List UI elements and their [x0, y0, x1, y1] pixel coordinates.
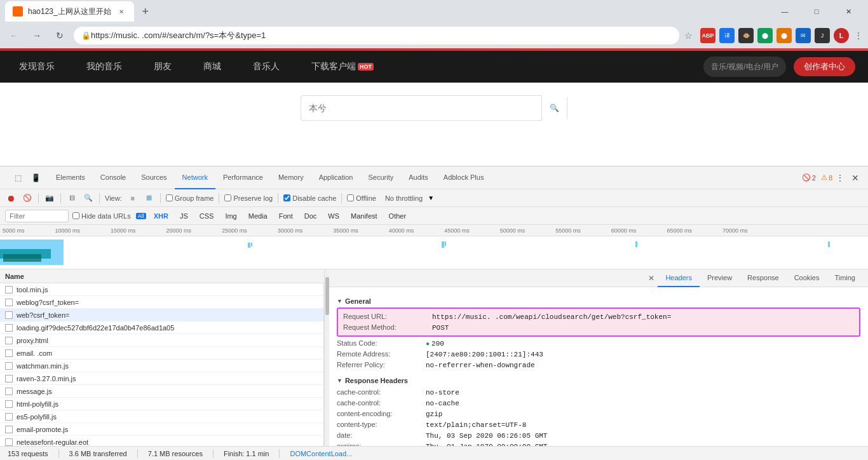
- file-item-11[interactable]: email-promote.js: [0, 423, 323, 436]
- throttling-dropdown-icon[interactable]: ▼: [428, 194, 434, 201]
- nav-friends[interactable]: 朋友: [147, 51, 178, 83]
- tab-network[interactable]: Network: [175, 166, 215, 189]
- disable-cache-input[interactable]: [283, 194, 290, 201]
- disable-cache-checkbox[interactable]: Disable cache: [283, 194, 336, 202]
- view-grouped-icon[interactable]: ⊞: [144, 193, 155, 204]
- close-button[interactable]: ✕: [834, 0, 863, 23]
- filter-input[interactable]: [5, 210, 69, 222]
- detail-tab-response[interactable]: Response: [740, 269, 787, 287]
- ext-account-icon[interactable]: L: [834, 28, 849, 43]
- address-input[interactable]: 🔒 https://music. .com/#/search/m/?s=本兮&t…: [74, 27, 679, 44]
- preserve-log-checkbox[interactable]: Preserve log: [224, 194, 273, 202]
- chrome-menu-icon[interactable]: ⋮: [854, 30, 863, 41]
- create-center-button[interactable]: 创作者中心: [794, 57, 855, 76]
- request-url-value[interactable]: https://music. .com/weapi/cloudsearch/ge…: [432, 313, 671, 321]
- ext-tamper-icon[interactable]: 🐵: [738, 28, 754, 43]
- filter-ws[interactable]: WS: [324, 211, 343, 221]
- offline-input[interactable]: [347, 194, 354, 201]
- tab-application[interactable]: Application: [311, 166, 361, 189]
- forward-button[interactable]: →: [28, 27, 46, 44]
- file-item-7[interactable]: raven-3.27.0.min.js: [0, 372, 323, 385]
- tab-audits[interactable]: Audits: [401, 166, 436, 189]
- file-item-10[interactable]: es5-polyfill.js: [0, 410, 323, 423]
- ext-orange-icon[interactable]: ⬤: [776, 28, 792, 43]
- file-item-5[interactable]: email. .com: [0, 347, 323, 360]
- response-headers-toggle[interactable]: ▼: [337, 377, 342, 384]
- filter-media[interactable]: Media: [245, 211, 271, 221]
- tab-elements[interactable]: Elements: [48, 166, 93, 189]
- reload-button[interactable]: ↻: [51, 27, 69, 44]
- back-button[interactable]: ←: [5, 27, 23, 44]
- new-tab-button[interactable]: +: [137, 3, 154, 20]
- bookmark-icon[interactable]: ☆: [684, 30, 693, 41]
- main-search-button[interactable]: 🔍: [541, 95, 567, 121]
- nav-download[interactable]: 下载客户端 HOT: [305, 51, 380, 83]
- filter-manifest[interactable]: Manifest: [347, 211, 381, 221]
- detail-tab-cookies[interactable]: Cookies: [787, 269, 827, 287]
- file-item-0[interactable]: tool.min.js: [0, 283, 323, 296]
- devtools-close-button[interactable]: ✕: [848, 170, 863, 186]
- tab-close-button[interactable]: ✕: [116, 6, 126, 17]
- hide-data-urls-input[interactable]: [72, 212, 79, 219]
- nav-my-music[interactable]: 我的音乐: [80, 51, 128, 83]
- filter-icon[interactable]: ⊟: [66, 193, 78, 204]
- detail-tab-preview[interactable]: Preview: [700, 269, 740, 287]
- view-list-icon[interactable]: ≡: [127, 193, 139, 204]
- tab-adblock[interactable]: Adblock Plus: [436, 166, 492, 189]
- tab-memory[interactable]: Memory: [271, 166, 311, 189]
- filter-js[interactable]: JS: [176, 211, 192, 221]
- file-item-9[interactable]: html-polyfill.js: [0, 398, 323, 410]
- file-item-4[interactable]: proxy.html: [0, 334, 323, 347]
- camera-button[interactable]: 📷: [44, 193, 55, 204]
- file-item-8[interactable]: message.js: [0, 385, 323, 398]
- general-toggle[interactable]: ▼: [337, 298, 342, 304]
- minimize-button[interactable]: —: [770, 0, 799, 23]
- search-requests-icon[interactable]: 🔍: [83, 193, 94, 204]
- browser-tab[interactable]: hao123_上网从这里开始 ✕: [5, 1, 134, 22]
- group-frame-checkbox[interactable]: Group frame: [166, 194, 214, 202]
- tab-security[interactable]: Security: [360, 166, 401, 189]
- record-button[interactable]: ⏺: [5, 193, 17, 204]
- nav-discover[interactable]: 发现音乐: [13, 51, 61, 83]
- ext-abp-icon[interactable]: ABP: [700, 28, 715, 43]
- filter-other[interactable]: Other: [385, 211, 410, 221]
- ext-translate-icon[interactable]: 译: [719, 28, 735, 43]
- file-item-6[interactable]: watchman.min.js: [0, 360, 323, 372]
- tab-performance[interactable]: Performance: [215, 166, 271, 189]
- device-toolbar-icon[interactable]: 📱: [28, 170, 43, 186]
- ext-dark-icon[interactable]: J: [815, 28, 830, 43]
- file-name-4: proxy.html: [17, 337, 48, 344]
- scrollbar-thumb[interactable]: [325, 277, 329, 315]
- ext-green-icon[interactable]: ⬤: [757, 28, 773, 43]
- maximize-button[interactable]: □: [802, 0, 831, 23]
- inspect-element-icon[interactable]: ⬚: [10, 170, 25, 186]
- preserve-log-input[interactable]: [224, 194, 231, 201]
- file-item-2[interactable]: web?csrf_token=: [0, 309, 323, 321]
- devtools-more-icon[interactable]: ⋮: [832, 170, 848, 186]
- filter-font[interactable]: Font: [275, 211, 297, 221]
- filter-img[interactable]: Img: [221, 211, 240, 221]
- nav-musician[interactable]: 音乐人: [247, 51, 286, 83]
- nav-search-box[interactable]: 音乐/视频/电台/用户: [703, 57, 786, 77]
- detail-close-button[interactable]: ✕: [645, 272, 658, 285]
- filter-doc[interactable]: Doc: [301, 211, 321, 221]
- clear-button[interactable]: 🚫: [22, 193, 33, 204]
- file-item-3[interactable]: loading.gif?9dec527dbf6d22e17da0b47e86ad…: [0, 321, 323, 334]
- detail-tab-timing[interactable]: Timing: [827, 269, 863, 287]
- file-list-scrollbar[interactable]: [324, 269, 329, 446]
- group-frame-input[interactable]: [166, 194, 173, 201]
- main-search-input[interactable]: [301, 103, 541, 113]
- tab-console[interactable]: Console: [93, 166, 133, 189]
- resp-header-5: expires: Thu, 01 Jan 1970 00:00:00 GMT: [337, 441, 860, 446]
- nav-shop[interactable]: 商城: [197, 51, 227, 83]
- file-item-12[interactable]: neteasefont-regular.eot: [0, 436, 323, 446]
- hide-data-urls-checkbox[interactable]: Hide data URLs: [72, 212, 131, 220]
- detail-tab-headers[interactable]: Headers: [658, 269, 700, 287]
- dom-content-loaded-link[interactable]: DOMContentLoad...: [290, 450, 352, 457]
- file-item-1[interactable]: weblog?csrf_token=: [0, 296, 323, 309]
- offline-checkbox[interactable]: Offline: [347, 194, 376, 202]
- filter-css[interactable]: CSS: [196, 211, 218, 221]
- ext-mail-icon[interactable]: ✉: [796, 28, 811, 43]
- filter-xhr[interactable]: XHR: [150, 211, 172, 221]
- tab-sources[interactable]: Sources: [133, 166, 174, 189]
